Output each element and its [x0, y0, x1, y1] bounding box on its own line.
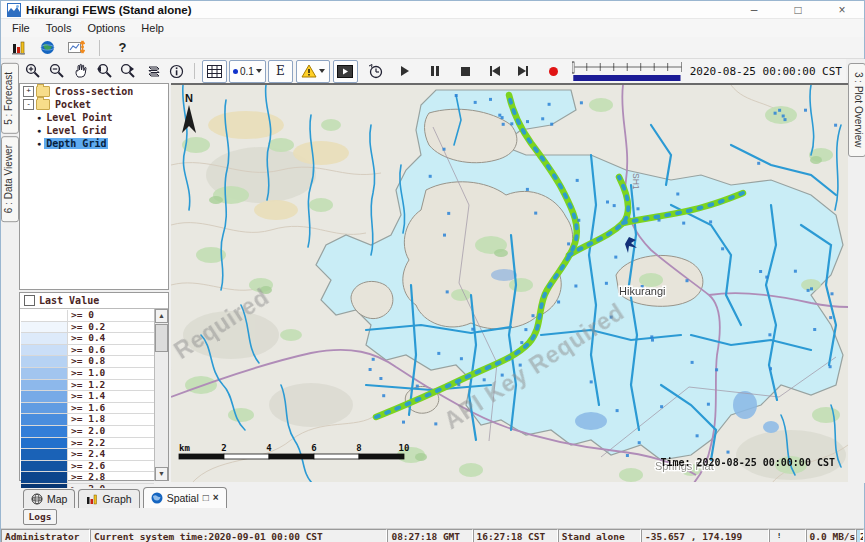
tab-close-icon[interactable]: × — [213, 493, 219, 503]
pause-button[interactable] — [424, 61, 447, 82]
tree-item-level-grid[interactable]: ● Level Grid — [23, 124, 168, 136]
status-system-time: Current system time:2020-09-01 00:00 CST — [90, 529, 387, 542]
bullet-icon: ● — [37, 114, 41, 121]
tab-map[interactable]: Map — [23, 489, 75, 508]
status-coordinates: -35.657 , 174.199 — [641, 529, 769, 542]
status-mode: Stand alone — [558, 529, 641, 542]
main-toolbar: ? — [1, 37, 864, 59]
tree-item-level-point[interactable]: ● Level Point — [23, 111, 168, 123]
movie-player-button[interactable] — [333, 60, 358, 83]
globe-icon[interactable] — [36, 37, 59, 58]
folder-icon — [36, 86, 50, 97]
help-button[interactable]: ? — [111, 37, 134, 58]
layer-tree-panel: + Cross-section - Pocket ● Level Point ●… — [19, 83, 169, 290]
legend-swatch — [21, 345, 68, 356]
bottom-tab-bar: Map Graph Spatial □ × — [19, 488, 864, 508]
svg-text:4: 4 — [266, 443, 272, 453]
folder-icon — [36, 99, 50, 110]
zoom-previous-icon[interactable] — [93, 61, 116, 82]
bullet-icon: ● — [37, 140, 41, 147]
legend-swatch — [21, 414, 68, 425]
tab-maximize-icon[interactable]: □ — [203, 493, 209, 503]
tab-plot-overview[interactable]: 3 : Plot Overview — [848, 63, 865, 157]
time-slider[interactable] — [572, 60, 683, 82]
pan-hand-icon[interactable] — [69, 61, 92, 82]
zoom-out-icon[interactable] — [45, 61, 68, 82]
menu-file[interactable]: File — [5, 21, 37, 35]
wireframe-globe-icon — [31, 493, 43, 505]
tab-forecast[interactable]: 5 : Forecast — [1, 63, 19, 134]
scrollbar-thumb[interactable] — [155, 324, 168, 352]
legend-panel: Last Value >= 0 >= 0.2 >= 0.4 >= 0.6 >= … — [19, 292, 169, 481]
legend-swatch — [21, 472, 68, 483]
zoom-in-icon[interactable] — [21, 61, 44, 82]
map-canvas[interactable]: API Key Required API Key Required Hikura… — [171, 83, 848, 482]
svg-text:km: km — [179, 443, 190, 453]
close-button[interactable]: × — [820, 1, 864, 18]
zoom-next-icon[interactable] — [117, 61, 140, 82]
step-forward-button[interactable] — [512, 61, 535, 82]
status-user: Administrator — [1, 529, 90, 542]
legend-swatch — [21, 333, 68, 344]
menu-options[interactable]: Options — [80, 21, 132, 35]
current-map-datetime: 2020-08-25 00:00:00 CST — [690, 65, 842, 78]
status-warning[interactable] — [769, 529, 806, 542]
expand-toggle-icon[interactable]: + — [23, 86, 34, 97]
legend-swatch — [21, 426, 68, 437]
status-memory[interactable]: 2.5 GB — [856, 529, 864, 542]
info-icon[interactable] — [165, 61, 188, 82]
tab-graph[interactable]: Graph — [78, 489, 139, 508]
labels-button[interactable]: E — [268, 60, 293, 83]
maximize-button[interactable]: □ — [776, 1, 820, 18]
scroll-down-icon[interactable]: ▼ — [155, 467, 168, 481]
interval-value: 0.1 — [240, 66, 254, 77]
warnings-dropdown-button[interactable] — [296, 60, 330, 83]
legend-swatch — [21, 449, 68, 460]
step-back-button[interactable] — [484, 61, 507, 82]
legend-swatch — [21, 368, 68, 379]
title-bar: Hikurangi FEWS (Stand alone) – □ × — [1, 1, 864, 19]
time-range-bar — [573, 75, 680, 81]
toolbar-separator — [194, 63, 195, 79]
app-icon — [7, 3, 21, 17]
legend-swatch — [21, 403, 68, 414]
timeseries-dialog-icon[interactable] — [65, 37, 88, 58]
play-button[interactable] — [394, 61, 417, 82]
animation-clock-icon[interactable] — [364, 61, 387, 82]
status-gmt-time: 08:27:18 GMT — [387, 529, 472, 542]
last-value-checkbox[interactable] — [24, 295, 35, 306]
tab-data-viewer[interactable]: 6 : Data Viewer — [1, 136, 19, 222]
tab-spatial[interactable]: Spatial □ × — [143, 487, 227, 508]
layers-icon[interactable] — [141, 61, 164, 82]
legend-swatch — [21, 380, 68, 391]
menu-tools[interactable]: Tools — [39, 21, 79, 35]
contour-interval-dropdown[interactable]: 0.1 — [229, 60, 266, 83]
scroll-up-icon[interactable]: ▲ — [155, 309, 168, 323]
time-slider-thumb — [573, 62, 575, 73]
road-label: SH1 — [631, 173, 641, 190]
menu-bar: File Tools Options Help — [1, 19, 864, 37]
status-local-time: 16:27:18 CST — [473, 529, 558, 542]
window-title: Hikurangi FEWS (Stand alone) — [26, 4, 191, 16]
logs-button[interactable]: Logs — [23, 509, 57, 525]
legend-swatch — [21, 461, 68, 472]
tree-item-depth-grid[interactable]: ● Depth Grid — [23, 137, 168, 149]
menu-help[interactable]: Help — [134, 21, 171, 35]
stop-button[interactable] — [454, 61, 477, 82]
svg-text:6: 6 — [311, 443, 316, 453]
legend-swatch — [21, 322, 68, 333]
chevron-down-icon — [256, 69, 262, 73]
collapse-toggle-icon[interactable]: - — [23, 99, 34, 110]
record-button[interactable] — [542, 61, 565, 82]
legend-swatch — [21, 356, 68, 367]
database-chart-icon[interactable] — [7, 37, 30, 58]
legend-row: >= 2.4 — [21, 449, 154, 461]
svg-text:2: 2 — [221, 443, 226, 453]
tree-item-cross-section[interactable]: + Cross-section — [23, 85, 168, 97]
minimize-button[interactable]: – — [732, 1, 776, 18]
grid-display-button[interactable] — [202, 60, 227, 83]
map-time-overlay: Time: 2020-08-25 00:00:00 CST — [660, 457, 835, 468]
status-bandwidth: 0.0 MB/s — [806, 529, 856, 542]
legend-scrollbar[interactable]: ▲ ▼ — [154, 309, 168, 481]
tree-item-pocket[interactable]: - Pocket — [23, 98, 168, 110]
